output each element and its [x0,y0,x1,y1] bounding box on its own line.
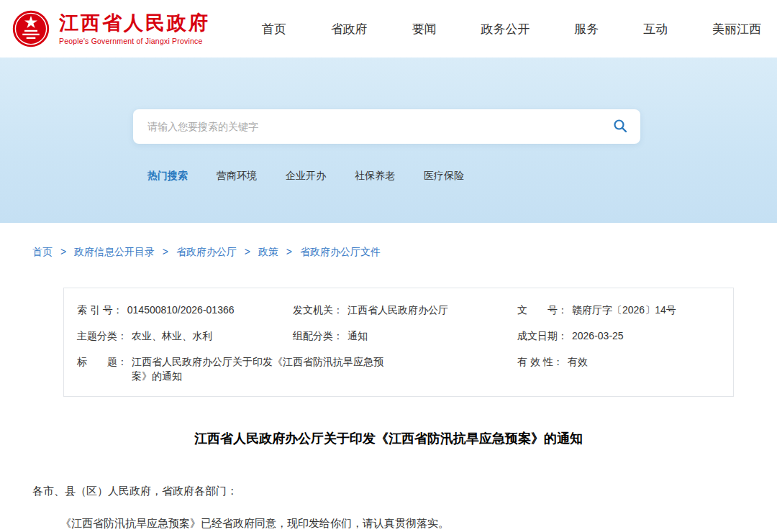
meta-title: 标 题： 江西省人民政府办公厅关于印发《江西省防汛抗旱应急预案》的通知 [77,354,517,383]
main-content: 首页 > 政府信息公开目录 > 省政府办公厅 > 政策 > 省政府办公厅文件 索… [0,223,777,532]
breadcrumb-office-documents[interactable]: 省政府办公厅文件 [300,246,381,257]
document-paragraph: 《江西省防汛抗旱应急预案》已经省政府同意，现印发给你们，请认真贯彻落实。 [32,515,745,532]
nav-item-interaction[interactable]: 互动 [643,21,668,37]
site-header: 江西省人民政府 People's Government of Jiangxi P… [0,0,777,58]
breadcrumb-separator: > [60,246,66,257]
nav-item-provincial-government[interactable]: 省政府 [331,21,368,37]
breadcrumb-home[interactable]: 首页 [32,246,53,257]
breadcrumb-separator: > [163,246,168,257]
site-name-english: People's Government of Jiangxi Province [59,37,210,45]
hot-link-company-registration[interactable]: 企业开办 [286,170,326,183]
meta-issue-date: 成文日期： 2026-03-25 [517,329,720,343]
nav-item-home[interactable]: 首页 [262,21,286,37]
hot-link-social-security[interactable]: 社保养老 [355,170,395,183]
nav-item-news[interactable]: 要闻 [412,21,437,37]
hot-search-row: 热门搜索 营商环境 企业开办 社保养老 医疗保险 [147,170,777,183]
meta-validity: 有 效 性： 有效 [517,354,720,383]
meta-index-number: 索 引 号： 014500810/2026-01366 [77,303,293,317]
nav-item-government-affairs[interactable]: 政务公开 [481,21,530,37]
search-button[interactable] [609,119,640,135]
banner: 热门搜索 营商环境 企业开办 社保养老 医疗保险 [0,58,777,223]
main-nav: 首页 省政府 要闻 政务公开 服务 互动 美丽江西 [262,21,764,37]
search-box [133,58,773,144]
hot-search-label: 热门搜索 [147,170,188,183]
document-metadata: 索 引 号： 014500810/2026-01366 发文机关： 江西省人民政… [63,288,734,397]
national-emblem-icon [12,9,50,48]
document-salutation: 各市、县（区）人民政府，省政府各部门： [32,483,745,500]
breadcrumb-info-disclosure[interactable]: 政府信息公开目录 [74,246,155,257]
search-icon [613,119,627,135]
meta-topic-category: 主题分类： 农业、林业、水利 [77,329,293,343]
meta-document-number: 文 号： 赣府厅字〔2026〕14号 [517,303,720,317]
hot-link-business-environment[interactable]: 营商环境 [217,170,257,183]
meta-group-category: 组配分类： 通知 [293,329,517,343]
breadcrumb-separator: > [245,246,250,257]
breadcrumb-general-office[interactable]: 省政府办公厅 [176,246,237,257]
hot-link-medical-insurance[interactable]: 医疗保险 [424,170,464,183]
meta-issuing-agency: 发文机关： 江西省人民政府办公厅 [293,303,517,317]
nav-item-beautiful-jiangxi[interactable]: 美丽江西 [712,21,761,37]
breadcrumb-separator: > [286,246,292,257]
document-title: 江西省人民政府办公厅关于印发《江西省防汛抗旱应急预案》的通知 [0,430,777,447]
site-logo[interactable]: 江西省人民政府 People's Government of Jiangxi P… [12,9,210,48]
breadcrumb: 首页 > 政府信息公开目录 > 省政府办公厅 > 政策 > 省政府办公厅文件 [0,223,777,259]
breadcrumb-policy[interactable]: 政策 [258,246,278,257]
nav-item-services[interactable]: 服务 [574,21,599,37]
search-input[interactable] [133,110,609,143]
site-name: 江西省人民政府 [59,12,210,35]
